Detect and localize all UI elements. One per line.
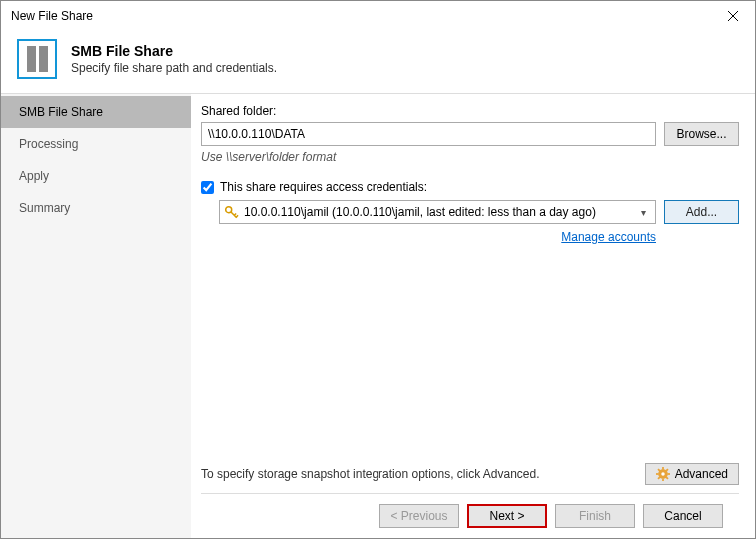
window-title: New File Share xyxy=(11,9,93,23)
sidebar-item-processing[interactable]: Processing xyxy=(1,128,191,160)
credentials-selected: 10.0.0.110\jamil (10.0.0.110\jamil, last… xyxy=(244,205,635,219)
shared-folder-input[interactable] xyxy=(201,122,656,146)
credentials-checkbox[interactable] xyxy=(201,181,214,194)
advanced-button[interactable]: Advanced xyxy=(645,463,739,485)
svg-line-13 xyxy=(666,477,668,479)
chevron-down-icon: ▾ xyxy=(635,207,651,218)
sidebar-item-apply[interactable]: Apply xyxy=(1,160,191,192)
credentials-dropdown[interactable]: 10.0.0.110\jamil (10.0.0.110\jamil, last… xyxy=(219,200,656,224)
close-button[interactable] xyxy=(710,1,755,31)
close-icon xyxy=(728,11,738,21)
format-hint: Use \\server\folder format xyxy=(201,150,739,164)
share-icon xyxy=(17,39,57,79)
titlebar: New File Share xyxy=(1,1,755,31)
sidebar: SMB File Share Processing Apply Summary xyxy=(1,94,191,538)
svg-line-14 xyxy=(658,477,660,479)
advanced-button-label: Advanced xyxy=(675,467,728,481)
svg-line-15 xyxy=(666,469,668,471)
header-subtitle: Specify file share path and credentials. xyxy=(71,61,277,75)
shared-folder-label: Shared folder: xyxy=(201,104,739,118)
sidebar-item-summary[interactable]: Summary xyxy=(1,192,191,224)
svg-point-7 xyxy=(661,472,665,476)
body: SMB File Share Processing Apply Summary … xyxy=(1,93,755,538)
header-text: SMB File Share Specify file share path a… xyxy=(71,43,277,75)
footer: < Previous Next > Finish Cancel xyxy=(201,493,739,538)
svg-line-12 xyxy=(658,469,660,471)
browse-button[interactable]: Browse... xyxy=(664,122,739,146)
previous-button[interactable]: < Previous xyxy=(379,504,459,528)
finish-button[interactable]: Finish xyxy=(555,504,635,528)
header-title: SMB File Share xyxy=(71,43,277,59)
credentials-checkbox-label: This share requires access credentials: xyxy=(220,180,427,194)
manage-accounts-link[interactable]: Manage accounts xyxy=(201,230,656,244)
svg-line-5 xyxy=(236,215,238,217)
sidebar-item-smb-file-share[interactable]: SMB File Share xyxy=(1,96,191,128)
dialog-window: New File Share SMB File Share Specify fi… xyxy=(0,0,756,539)
gear-icon xyxy=(656,467,670,481)
next-button[interactable]: Next > xyxy=(467,504,547,528)
content: Shared folder: Browse... Use \\server\fo… xyxy=(191,94,755,538)
key-icon xyxy=(224,205,239,220)
add-button[interactable]: Add... xyxy=(664,200,739,224)
header: SMB File Share Specify file share path a… xyxy=(1,31,755,93)
advanced-hint: To specify storage snapshot integration … xyxy=(201,467,540,481)
svg-line-4 xyxy=(234,213,236,215)
cancel-button[interactable]: Cancel xyxy=(643,504,723,528)
